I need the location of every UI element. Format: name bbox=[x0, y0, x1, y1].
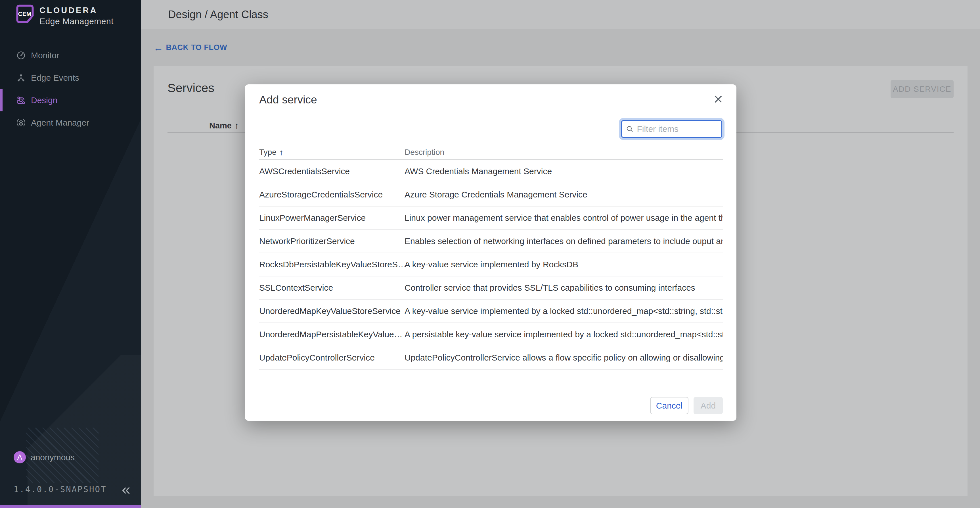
type-column-header[interactable]: Type ↑ bbox=[259, 148, 404, 157]
user-menu[interactable]: A anonymous bbox=[14, 451, 75, 463]
sidebar-nav: Monitor Edge Events D bbox=[0, 44, 141, 134]
service-type-cell: AzureStorageCredentialsService bbox=[259, 190, 404, 200]
service-type-cell: AWSCredentialsService bbox=[259, 166, 404, 176]
design-flow-icon bbox=[16, 96, 26, 105]
service-table-body: AWSCredentialsService AWS Credentials Ma… bbox=[259, 160, 723, 370]
service-type-cell: RocksDbPersistableKeyValueStoreS… bbox=[259, 260, 404, 269]
service-type-cell: UnorderedMapKeyValueStoreService bbox=[259, 306, 404, 316]
service-description-cell: A persistable key-value service implemen… bbox=[404, 329, 723, 339]
sidebar-item-label: Monitor bbox=[31, 51, 59, 60]
service-description-cell: UpdatePolicyControllerService allows a f… bbox=[404, 353, 723, 363]
app-logo: CEM CLOUDERA Edge Management bbox=[16, 5, 113, 26]
sidebar-item-label: Agent Manager bbox=[31, 118, 89, 128]
brand-name: CLOUDERA bbox=[40, 6, 113, 15]
description-column-header[interactable]: Description bbox=[404, 148, 723, 157]
version-label: 1.4.0.0-SNAPSHOT bbox=[14, 484, 107, 494]
filter-items-input[interactable] bbox=[637, 124, 718, 134]
sidebar-item-label: Design bbox=[31, 96, 57, 105]
service-description-cell: A key-value service implemented by a loc… bbox=[404, 306, 723, 316]
sort-asc-icon: ↑ bbox=[234, 121, 239, 130]
sidebar-accent-bar bbox=[0, 505, 141, 508]
add-service-dialog: Add service Type ↑ Description bbox=[245, 85, 737, 421]
back-arrow-icon: ← bbox=[154, 44, 164, 52]
services-title: Services bbox=[167, 81, 214, 95]
dialog-title: Add service bbox=[259, 93, 317, 106]
service-description-cell: A key-value service implemented by Rocks… bbox=[404, 260, 723, 269]
back-to-flow-link[interactable]: ← BACK TO FLOW bbox=[154, 43, 227, 52]
top-header-bar: Design / Agent Class bbox=[141, 0, 980, 29]
service-table-row[interactable]: UnorderedMapKeyValueStoreService A key-v… bbox=[259, 300, 723, 323]
service-description-cell: Enables selection of networking interfac… bbox=[404, 236, 723, 246]
service-table-row[interactable]: AzureStorageCredentialsService Azure Sto… bbox=[259, 183, 723, 206]
service-table-row[interactable]: SSLContextService Controller service tha… bbox=[259, 276, 723, 300]
sort-asc-icon: ↑ bbox=[279, 148, 283, 157]
service-table-row[interactable]: UnorderedMapPersistableKeyValue… A persi… bbox=[259, 323, 723, 346]
app-root: CEM CLOUDERA Edge Management Monitor bbox=[0, 0, 980, 508]
service-type-cell: NetworkPrioritizerService bbox=[259, 236, 404, 246]
name-column-label: Name bbox=[209, 121, 232, 130]
sidebar-item-monitor[interactable]: Monitor bbox=[0, 44, 141, 67]
sidebar-item-label: Edge Events bbox=[31, 73, 79, 83]
name-column-header[interactable]: Name ↑ bbox=[209, 121, 239, 130]
collapse-sidebar-icon[interactable]: « bbox=[122, 483, 130, 495]
service-type-cell: SSLContextService bbox=[259, 283, 404, 292]
service-type-cell: UnorderedMapPersistableKeyValue… bbox=[259, 329, 404, 339]
breadcrumb: Design / Agent Class bbox=[168, 8, 268, 21]
close-dialog-button[interactable] bbox=[711, 92, 725, 107]
service-table-row[interactable]: RocksDbPersistableKeyValueStoreS… A key-… bbox=[259, 253, 723, 276]
type-column-label: Type bbox=[259, 148, 277, 157]
service-description-cell: Azure Storage Credentials Management Ser… bbox=[404, 190, 723, 200]
sidebar: CEM CLOUDERA Edge Management Monitor bbox=[0, 0, 141, 508]
sidebar-item-edge-events[interactable]: Edge Events bbox=[0, 67, 141, 89]
service-description-cell: AWS Credentials Management Service bbox=[404, 166, 723, 176]
filter-field bbox=[621, 120, 722, 138]
service-type-cell: UpdatePolicyControllerService bbox=[259, 353, 404, 363]
close-icon bbox=[713, 94, 723, 104]
service-type-cell: LinuxPowerManagerService bbox=[259, 213, 404, 223]
avatar: A bbox=[14, 451, 26, 463]
back-link-label: BACK TO FLOW bbox=[166, 43, 227, 52]
sidebar-footer: 1.4.0.0-SNAPSHOT « bbox=[14, 483, 130, 495]
service-table-row[interactable]: NetworkPrioritizerService Enables select… bbox=[259, 230, 723, 253]
cem-badge-icon: CEM bbox=[16, 5, 34, 23]
events-node-icon bbox=[16, 73, 26, 83]
search-icon bbox=[626, 125, 633, 133]
sidebar-item-design[interactable]: Design bbox=[0, 89, 141, 111]
dialog-actions: Cancel Add bbox=[650, 397, 723, 414]
add-service-button[interactable]: ADD SERVICE bbox=[891, 80, 954, 98]
sidebar-item-agent-manager[interactable]: Agent Manager bbox=[0, 111, 141, 134]
add-button[interactable]: Add bbox=[694, 397, 723, 414]
service-table-row[interactable]: AWSCredentialsService AWS Credentials Ma… bbox=[259, 160, 723, 183]
service-table-header: Type ↑ Description bbox=[259, 145, 723, 160]
service-description-cell: Controller service that provides SSL/TLS… bbox=[404, 283, 723, 292]
brand-product: Edge Management bbox=[40, 16, 113, 26]
service-description-cell: Linux power management service that enab… bbox=[404, 213, 723, 223]
service-type-table: Type ↑ Description AWSCredentialsService… bbox=[259, 145, 723, 370]
gauge-icon bbox=[16, 51, 26, 60]
service-table-row[interactable]: LinuxPowerManagerService Linux power man… bbox=[259, 206, 723, 230]
service-table-row[interactable]: UpdatePolicyControllerService UpdatePoli… bbox=[259, 346, 723, 370]
cem-badge-text: CEM bbox=[18, 11, 32, 17]
agent-manager-layers-icon bbox=[16, 118, 26, 128]
cancel-button[interactable]: Cancel bbox=[650, 397, 689, 414]
user-name: anonymous bbox=[31, 453, 75, 462]
brand-text: CLOUDERA Edge Management bbox=[40, 5, 113, 26]
